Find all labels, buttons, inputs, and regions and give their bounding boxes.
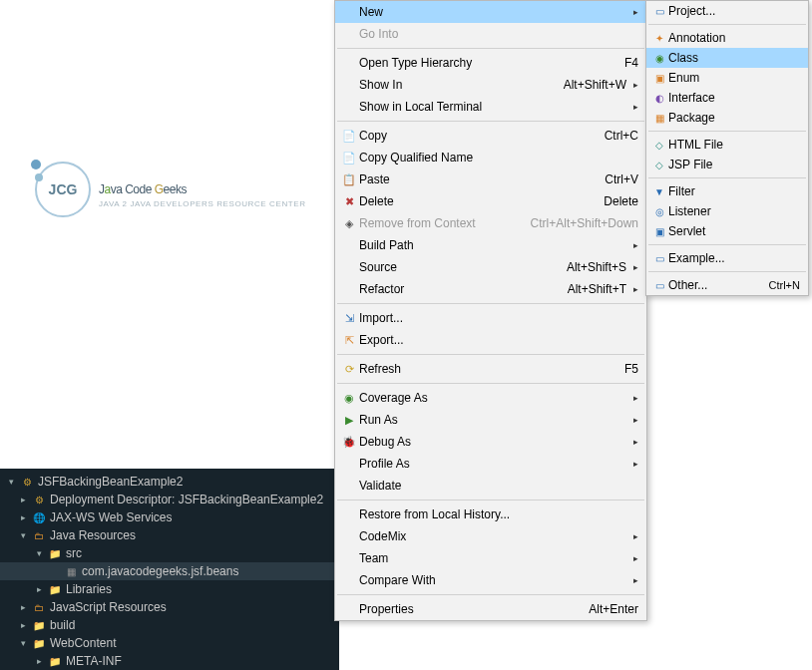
menu-item-show-in[interactable]: Show InAlt+Shift+W▸: [335, 74, 646, 96]
menu-item-copy-qualified-name[interactable]: 📄Copy Qualified Name: [335, 147, 646, 168]
tree-item[interactable]: ▾⚙JSFBackingBeanExample2: [0, 473, 339, 491]
menu-item-servlet[interactable]: ▣Servlet: [646, 221, 808, 241]
context-menu: New▸Go IntoOpen Type HierarchyF4Show InA…: [334, 0, 647, 621]
menu-item-annotation[interactable]: ✦Annotation: [646, 28, 808, 48]
menu-item-restore-from-local-history[interactable]: Restore from Local History...: [335, 503, 646, 525]
menu-item-html-file[interactable]: ◇HTML File: [646, 135, 808, 155]
blank-icon: [339, 281, 359, 297]
tree-db-icon: 🗀: [32, 600, 46, 614]
blank-icon: [339, 259, 359, 275]
tree-twisty-icon[interactable]: ▸: [18, 495, 28, 504]
project-explorer[interactable]: ▾⚙JSFBackingBeanExample2▸⚙Deployment Des…: [0, 469, 339, 670]
chevron-right-icon: ▸: [626, 284, 638, 294]
menu-item-jsp-file[interactable]: ◇JSP File: [646, 155, 808, 174]
tree-item[interactable]: ▸🗀JavaScript Resources: [0, 598, 339, 616]
logo-subtitle: Java 2 Java Developers Resource Center: [99, 199, 306, 208]
menu-separator: [648, 271, 806, 272]
menu-item-label: Delete: [359, 194, 596, 208]
menu-item-accelerator: Alt+Shift+S: [567, 260, 626, 274]
menu-item-listener[interactable]: ◎Listener: [646, 201, 808, 221]
tree-twisty-icon[interactable]: ▾: [18, 638, 28, 648]
tree-item[interactable]: ▸🌐JAX-WS Web Services: [0, 508, 339, 526]
tree-item[interactable]: ▾🗀Java Resources: [0, 526, 339, 544]
menu-item-delete[interactable]: ✖DeleteDelete: [335, 190, 646, 212]
menu-item-label: HTML File: [668, 138, 800, 152]
menu-item-example[interactable]: ▭Example...: [646, 248, 808, 268]
run-as-icon: ▶: [339, 412, 359, 428]
tree-item[interactable]: ▾📁src: [0, 544, 339, 562]
menu-item-coverage-as[interactable]: ◉Coverage As▸: [335, 387, 646, 409]
tree-twisty-icon[interactable]: ▾: [34, 548, 44, 558]
menu-item-other[interactable]: ▭Other...Ctrl+N: [646, 275, 808, 295]
tree-item-label: build: [50, 618, 75, 632]
chevron-right-icon: ▸: [626, 80, 638, 90]
menu-item-source[interactable]: SourceAlt+Shift+S▸: [335, 256, 646, 278]
menu-item-properties[interactable]: PropertiesAlt+Enter: [335, 598, 646, 620]
menu-item-new[interactable]: New▸: [335, 1, 646, 23]
tree-cfg-icon: ⚙: [32, 493, 46, 506]
menu-item-label: Copy Qualified Name: [359, 151, 638, 165]
menu-item-build-path[interactable]: Build Path▸: [335, 234, 646, 256]
menu-item-label: Show In: [359, 78, 556, 92]
tree-cfg-icon: ⚙: [20, 475, 34, 489]
tree-twisty-icon[interactable]: ▸: [18, 602, 28, 612]
menu-item-interface[interactable]: ◐Interface: [646, 88, 808, 108]
menu-item-paste[interactable]: 📋PasteCtrl+V: [335, 168, 646, 190]
menu-item-label: Refactor: [359, 282, 560, 296]
menu-item-accelerator: Alt+Shift+W: [564, 78, 626, 92]
menu-item-refresh[interactable]: ⟳RefreshF5: [335, 358, 646, 380]
menu-item-refactor[interactable]: RefactorAlt+Shift+T▸: [335, 278, 646, 300]
tree-item[interactable]: ▸▦com.javacodegeeks.jsf.beans: [0, 562, 339, 580]
tree-db-icon: 🗀: [32, 528, 46, 542]
tree-twisty-icon[interactable]: ▸: [18, 512, 28, 522]
menu-item-copy[interactable]: 📄CopyCtrl+C: [335, 125, 646, 147]
menu-item-codemix[interactable]: CodeMix▸: [335, 525, 646, 547]
menu-item-import[interactable]: ⇲Import...: [335, 307, 646, 329]
menu-item-team[interactable]: Team▸: [335, 547, 646, 569]
menu-item-debug-as[interactable]: 🐞Debug As▸: [335, 431, 646, 453]
coverage-as-icon: ◉: [339, 390, 359, 406]
menu-item-accelerator: Ctrl+V: [605, 172, 638, 186]
menu-item-show-in-local-terminal[interactable]: Show in Local Terminal▸: [335, 96, 646, 118]
interface-icon: ◐: [650, 91, 668, 105]
tree-item[interactable]: ▸⚙Deployment Descriptor: JSFBackingBeanE…: [0, 491, 339, 508]
tree-item[interactable]: ▸📁build: [0, 616, 339, 634]
menu-item-filter[interactable]: ▼Filter: [646, 181, 808, 201]
menu-item-open-type-hierarchy[interactable]: Open Type HierarchyF4: [335, 52, 646, 74]
tree-item[interactable]: ▸📁META-INF: [0, 652, 339, 670]
tree-twisty-icon[interactable]: ▾: [18, 530, 28, 540]
menu-item-run-as[interactable]: ▶Run As▸: [335, 409, 646, 431]
tree-item[interactable]: ▾📁WebContent: [0, 634, 339, 652]
menu-item-label: Package: [668, 111, 800, 125]
menu-separator: [337, 594, 644, 595]
blank-icon: [339, 26, 359, 42]
tree-item[interactable]: ▸📁Libraries: [0, 580, 339, 598]
menu-item-enum[interactable]: ▣Enum: [646, 68, 808, 88]
menu-item-label: Properties: [359, 602, 581, 616]
menu-item-profile-as[interactable]: Profile As▸: [335, 453, 646, 475]
menu-item-label: Open Type Hierarchy: [359, 56, 616, 70]
jsp-file-icon: ◇: [650, 158, 668, 171]
tree-twisty-icon[interactable]: ▸: [34, 584, 44, 594]
menu-item-compare-with[interactable]: Compare With▸: [335, 569, 646, 591]
menu-item-export[interactable]: ⇱Export...: [335, 329, 646, 351]
tree-twisty-icon[interactable]: ▸: [18, 620, 28, 630]
menu-item-label: Debug As: [359, 435, 626, 449]
menu-item-label: Interface: [668, 91, 800, 105]
class-icon: ◉: [650, 51, 668, 65]
tree-item-label: WebContent: [50, 636, 117, 650]
menu-item-label: Paste: [359, 172, 597, 186]
menu-item-package[interactable]: ▦Package: [646, 108, 808, 128]
menu-item-project[interactable]: ▭Project...: [646, 1, 808, 21]
menu-separator: [337, 48, 644, 49]
tree-twisty-icon[interactable]: ▾: [6, 477, 16, 487]
tree-twisty-icon[interactable]: ▸: [34, 656, 44, 666]
menu-item-label: Go Into: [359, 27, 638, 41]
tree-folder-icon: 📁: [32, 618, 46, 632]
menu-item-class[interactable]: ◉Class: [646, 48, 808, 68]
menu-item-label: Servlet: [668, 224, 800, 238]
debug-as-icon: 🐞: [339, 434, 359, 450]
menu-item-label: Export...: [359, 333, 638, 347]
menu-item-label: Example...: [668, 251, 800, 265]
menu-item-validate[interactable]: Validate: [335, 475, 646, 497]
